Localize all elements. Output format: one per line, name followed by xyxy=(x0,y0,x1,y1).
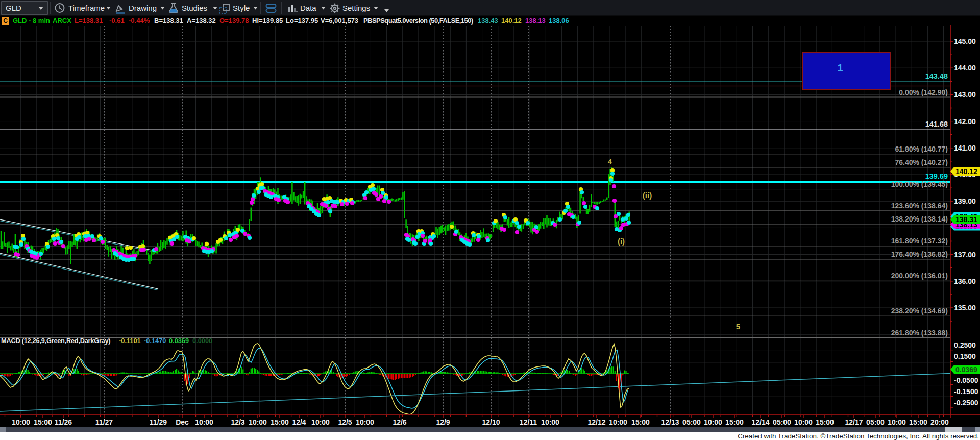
svg-text:138.13: 138.13 xyxy=(525,17,546,25)
svg-text:GLD: GLD xyxy=(6,4,21,12)
svg-text:11/27: 11/27 xyxy=(95,418,113,426)
svg-text:Timeframe: Timeframe xyxy=(68,4,105,12)
svg-text:Data: Data xyxy=(300,4,316,12)
svg-text:15:00: 15:00 xyxy=(725,418,744,426)
svg-text:11/29: 11/29 xyxy=(150,418,167,426)
svg-text:15:00: 15:00 xyxy=(816,418,834,426)
svg-text:140.12: 140.12 xyxy=(955,167,977,176)
svg-text:10:00: 10:00 xyxy=(249,418,267,426)
svg-text:05:00: 05:00 xyxy=(866,418,885,426)
svg-text:A=138.32: A=138.32 xyxy=(187,17,216,25)
svg-text:12/11: 12/11 xyxy=(520,418,537,426)
svg-text:123.60% (138.64): 123.60% (138.64) xyxy=(891,202,948,210)
svg-text:15:00: 15:00 xyxy=(34,418,52,426)
svg-text:-0.1500: -0.1500 xyxy=(954,387,978,396)
svg-text:5: 5 xyxy=(736,322,740,331)
svg-text:Drawing: Drawing xyxy=(129,4,157,12)
svg-text:12/5: 12/5 xyxy=(338,418,352,426)
svg-text:B=138.31: B=138.31 xyxy=(154,17,183,25)
svg-text:Lo=137.95: Lo=137.95 xyxy=(286,17,318,25)
svg-text:-0.1101: -0.1101 xyxy=(119,337,141,345)
svg-text:10:00: 10:00 xyxy=(704,418,722,426)
svg-text:15:00: 15:00 xyxy=(631,418,650,426)
svg-text:143.48: 143.48 xyxy=(925,72,948,80)
svg-text:-0.0500: -0.0500 xyxy=(954,376,978,384)
svg-text:139.00: 139.00 xyxy=(954,197,976,205)
svg-text:143.00: 143.00 xyxy=(954,90,976,99)
svg-text:(ii): (ii) xyxy=(643,191,652,200)
svg-text:141.00: 141.00 xyxy=(954,144,976,152)
svg-text:Studies: Studies xyxy=(182,4,207,12)
svg-text:0.0369: 0.0369 xyxy=(955,365,977,374)
svg-text:12/3: 12/3 xyxy=(231,418,244,426)
svg-text:139.69: 139.69 xyxy=(925,172,948,180)
svg-text:(i): (i) xyxy=(618,237,625,246)
svg-text:-0.61: -0.61 xyxy=(109,17,125,25)
svg-text:GLD - 8 min: GLD - 8 min xyxy=(13,17,50,25)
svg-text:Style: Style xyxy=(233,4,250,12)
svg-text:0.0369: 0.0369 xyxy=(169,337,189,345)
svg-text:11/26: 11/26 xyxy=(55,418,72,426)
svg-text:0.00% (142.90): 0.00% (142.90) xyxy=(899,88,948,96)
svg-text:PBSPSquat5.0version (50,FALSE,: PBSPSquat5.0version (50,FALSE,150) xyxy=(363,17,473,25)
svg-text:12/14: 12/14 xyxy=(751,418,769,426)
svg-text:140.12: 140.12 xyxy=(501,17,522,25)
svg-text:10:00: 10:00 xyxy=(888,418,906,426)
svg-text:136.00: 136.00 xyxy=(954,277,976,285)
svg-text:12/6: 12/6 xyxy=(393,418,406,426)
svg-text:20:00: 20:00 xyxy=(930,418,949,426)
svg-text:144.00: 144.00 xyxy=(954,64,976,72)
svg-text:176.40% (136.82): 176.40% (136.82) xyxy=(891,250,948,258)
svg-text:12/9: 12/9 xyxy=(436,418,450,426)
svg-text:Dec: Dec xyxy=(176,418,189,426)
svg-text:05:00: 05:00 xyxy=(682,418,701,426)
svg-text:-0.44%: -0.44% xyxy=(129,17,150,25)
svg-text:100.00% (139.45): 100.00% (139.45) xyxy=(891,180,948,188)
svg-text:138.20% (138.14): 138.20% (138.14) xyxy=(891,215,948,223)
svg-text:141.68: 141.68 xyxy=(925,120,948,128)
svg-text:0.1500: 0.1500 xyxy=(954,352,976,360)
svg-text:137.00: 137.00 xyxy=(954,251,976,259)
svg-text:1: 1 xyxy=(837,62,843,74)
svg-text:0.2500: 0.2500 xyxy=(954,341,976,349)
svg-text:10:00: 10:00 xyxy=(311,418,330,426)
svg-text:10:00: 10:00 xyxy=(356,418,374,426)
svg-text:15:00: 15:00 xyxy=(909,418,927,426)
svg-text:10:00: 10:00 xyxy=(541,418,559,426)
svg-text:10:00: 10:00 xyxy=(609,418,627,426)
svg-text:0.0000: 0.0000 xyxy=(192,337,212,345)
svg-text:138.31: 138.31 xyxy=(955,215,977,224)
svg-text:12/4: 12/4 xyxy=(292,418,306,426)
svg-text:15:00: 15:00 xyxy=(271,418,289,426)
svg-text:Hi=139.85: Hi=139.85 xyxy=(252,17,283,25)
svg-text:Created with TradeStation. ©Tr: Created with TradeStation. ©TradeStation… xyxy=(738,432,979,440)
svg-text:MACD (12,26,9,Green,Red,DarkGr: MACD (12,26,9,Green,Red,DarkGray) xyxy=(1,337,110,345)
svg-text:161.80% (137.32): 161.80% (137.32) xyxy=(891,237,948,245)
svg-text:138.43: 138.43 xyxy=(478,17,498,25)
svg-text:O=139.78: O=139.78 xyxy=(219,17,249,25)
svg-text:-0.1470: -0.1470 xyxy=(144,337,166,345)
svg-text:10:00: 10:00 xyxy=(12,418,30,426)
svg-text:142.00: 142.00 xyxy=(954,117,976,126)
svg-text:-0.2500: -0.2500 xyxy=(954,399,978,407)
svg-text:L=138.31: L=138.31 xyxy=(75,17,103,25)
svg-text:12/17: 12/17 xyxy=(845,418,863,426)
svg-text:ARCX: ARCX xyxy=(53,17,71,25)
svg-text:4: 4 xyxy=(608,157,612,166)
svg-text:238.20% (134.69): 238.20% (134.69) xyxy=(891,307,948,315)
svg-text:12/12: 12/12 xyxy=(587,418,605,426)
svg-text:10:00: 10:00 xyxy=(794,418,813,426)
svg-text:10:00: 10:00 xyxy=(195,418,213,426)
svg-text:05:00: 05:00 xyxy=(773,418,791,426)
svg-text:261.80% (133.88): 261.80% (133.88) xyxy=(891,329,948,337)
svg-text:76.40% (140.27): 76.40% (140.27) xyxy=(895,158,948,166)
svg-text:138.06: 138.06 xyxy=(549,17,569,25)
svg-text:Settings: Settings xyxy=(342,4,370,12)
svg-text:C: C xyxy=(3,17,8,25)
svg-text:135.00: 135.00 xyxy=(954,304,976,312)
svg-text:145.00: 145.00 xyxy=(954,37,976,45)
svg-text:12/10: 12/10 xyxy=(482,418,500,426)
svg-text:200.00% (136.01): 200.00% (136.01) xyxy=(891,272,948,280)
svg-text:V=6,001,573: V=6,001,573 xyxy=(321,17,358,25)
svg-text:12/13: 12/13 xyxy=(661,418,679,426)
